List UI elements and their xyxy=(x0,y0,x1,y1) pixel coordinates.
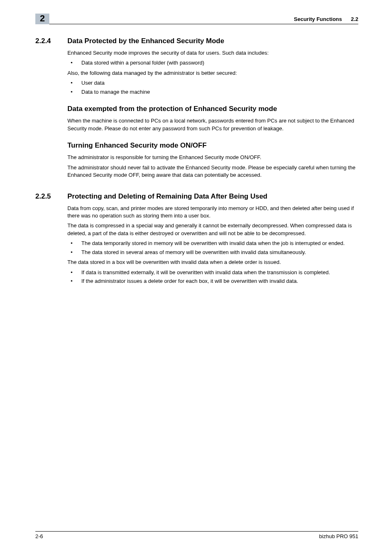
paragraph: Enhanced Security mode improves the secu… xyxy=(67,49,358,57)
list-item: Data stored within a personal folder (wi… xyxy=(67,59,358,67)
page-number: 2-6 xyxy=(35,533,43,539)
section-body: Protecting and Deleting of Remaining Dat… xyxy=(67,192,358,287)
paragraph: The data stored in a box will be overwri… xyxy=(67,259,358,266)
paragraph: Also, the following data managed by the … xyxy=(67,69,358,77)
section-title: Data Protected by the Enhanced Security … xyxy=(67,37,358,45)
page: 2 Security Functions 2.2 2.2.4 Data Prot… xyxy=(0,0,392,555)
page-header: 2 Security Functions 2.2 xyxy=(35,12,358,24)
bullet-list: The data temporarily stored in memory wi… xyxy=(67,240,358,256)
product-name: bizhub PRO 951 xyxy=(319,533,358,539)
section-body: Data Protected by the Enhanced Security … xyxy=(67,37,358,182)
bullet-list: If data is transmitted externally, it wi… xyxy=(67,269,358,285)
paragraph: Data from copy, scan, and printer modes … xyxy=(67,205,358,220)
header-title: Security Functions xyxy=(294,16,342,22)
paragraph: The administrator should never fail to a… xyxy=(67,164,358,179)
list-item: If data is transmitted externally, it wi… xyxy=(67,269,358,276)
list-item: The data stored in several areas of memo… xyxy=(67,249,358,256)
paragraph: The data is compressed in a special way … xyxy=(67,222,358,237)
list-item: If the administrator issues a delete ord… xyxy=(67,278,358,285)
section-title: Protecting and Deleting of Remaining Dat… xyxy=(67,192,358,201)
subsection-title: Turning Enhanced Security mode ON/OFF xyxy=(67,141,358,150)
bullet-list: User data Data to manage the machine xyxy=(67,79,358,96)
section-2-2-4: 2.2.4 Data Protected by the Enhanced Sec… xyxy=(35,37,358,182)
chapter-tab: 2 xyxy=(35,14,49,24)
list-item: The data temporarily stored in memory wi… xyxy=(67,240,358,247)
header-section-number: 2.2 xyxy=(351,16,358,22)
subsection-title: Data exempted from the protection of Enh… xyxy=(67,105,358,113)
header-right: Security Functions 2.2 xyxy=(294,16,358,22)
content: 2.2.4 Data Protected by the Enhanced Sec… xyxy=(35,33,358,287)
list-item: Data to manage the machine xyxy=(67,88,358,96)
paragraph: When the machine is connected to PCs on … xyxy=(67,117,358,132)
section-number: 2.2.4 xyxy=(35,37,67,182)
bullet-list: Data stored within a personal folder (wi… xyxy=(67,59,358,67)
paragraph: The administrator is responsible for tur… xyxy=(67,154,358,161)
list-item: User data xyxy=(67,79,358,87)
page-footer: 2-6 bizhub PRO 951 xyxy=(35,531,358,539)
section-2-2-5: 2.2.5 Protecting and Deleting of Remaini… xyxy=(35,192,358,287)
section-number: 2.2.5 xyxy=(35,192,67,287)
